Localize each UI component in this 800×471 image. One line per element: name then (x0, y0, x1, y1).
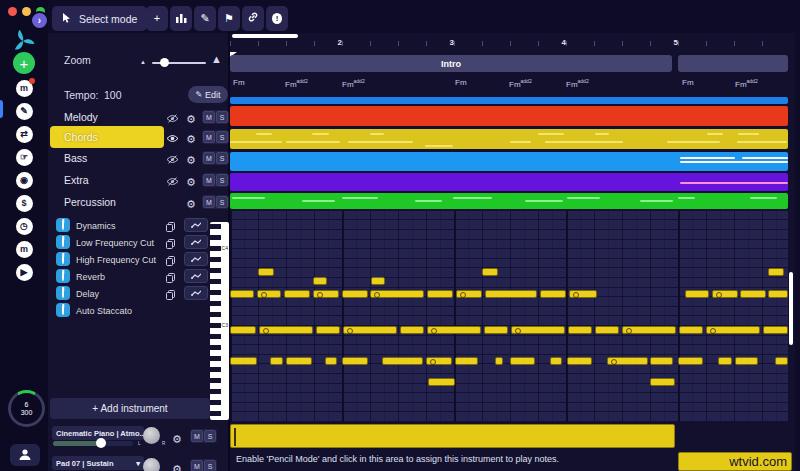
instrument-settings-gear-icon[interactable]: ⚙ (172, 461, 182, 471)
piano-note[interactable] (567, 357, 592, 365)
piano-note[interactable] (370, 290, 424, 298)
piano-note[interactable] (382, 357, 423, 365)
piano-note[interactable] (485, 290, 537, 298)
piano-note[interactable] (569, 290, 597, 298)
piano-note[interactable] (484, 326, 508, 334)
piano-note[interactable] (316, 326, 340, 334)
power-toggle[interactable] (56, 218, 70, 232)
piano-note[interactable] (712, 290, 738, 298)
chord-label[interactable]: Fm (233, 78, 245, 87)
mute-button[interactable]: M (191, 460, 203, 471)
piano-note[interactable] (607, 357, 648, 365)
link-button[interactable] (242, 6, 264, 31)
track-row-bass[interactable]: Bass ⚙ M S (50, 148, 228, 169)
zoom-slider-handle[interactable] (160, 58, 169, 67)
track-settings-gear-icon[interactable]: ⚙ (186, 111, 196, 126)
credits-gauge[interactable]: 6 300 (8, 390, 45, 427)
instrument-selector-2[interactable]: Pad 07 | Sustain ▾ (52, 456, 144, 470)
piano-note[interactable] (427, 326, 481, 334)
copy-icon[interactable] (166, 288, 175, 303)
pan-knob[interactable] (143, 427, 160, 444)
copy-icon[interactable] (166, 220, 175, 235)
visibility-toggle-eye-off-icon[interactable] (166, 174, 179, 189)
power-toggle[interactable] (56, 235, 70, 249)
power-toggle[interactable] (56, 252, 70, 266)
vertical-scrollbar[interactable] (789, 272, 793, 345)
piano-note[interactable] (768, 290, 788, 298)
piano-note[interactable] (286, 357, 312, 365)
pencil-mode-button[interactable]: ✎ (194, 6, 216, 31)
account-button[interactable] (10, 444, 40, 466)
piano-note[interactable] (540, 290, 566, 298)
volume-slider-handle[interactable] (96, 438, 106, 448)
piano-note[interactable] (313, 290, 339, 298)
piano-note[interactable] (718, 357, 732, 365)
chord-label[interactable]: Fmadd2 (735, 78, 758, 89)
track-row-chords[interactable]: Chords ⚙ M S (50, 127, 228, 148)
add-instrument-button[interactable]: + Add instrument (50, 398, 210, 419)
region-melody[interactable] (230, 106, 788, 126)
track-settings-gear-icon[interactable]: ⚙ (186, 152, 196, 167)
dynamics-chart-button[interactable] (170, 6, 192, 31)
solo-button[interactable]: S (204, 430, 216, 442)
chord-label[interactable]: Fm (682, 78, 694, 87)
piano-note[interactable] (650, 357, 673, 365)
piano-note[interactable] (257, 290, 281, 298)
piano-note[interactable] (426, 357, 452, 365)
piano-note[interactable] (568, 326, 592, 334)
track-settings-gear-icon[interactable]: ⚙ (186, 131, 196, 146)
window-minimize-button[interactable] (22, 7, 31, 16)
automation-curve-button[interactable] (184, 252, 208, 266)
region-bass[interactable] (230, 152, 788, 171)
piano-note[interactable] (230, 326, 256, 334)
piano-note[interactable] (685, 290, 709, 298)
visibility-toggle-eye-icon[interactable] (166, 131, 179, 146)
piano-note[interactable] (259, 326, 313, 334)
piano-note[interactable] (325, 357, 337, 365)
mute-button[interactable]: M (191, 430, 203, 442)
piano-note[interactable] (400, 326, 424, 334)
track-settings-gear-icon[interactable]: ⚙ (186, 196, 196, 211)
zoom-out-button[interactable]: ▲ (140, 59, 146, 65)
piano-note[interactable] (775, 357, 788, 365)
piano-note[interactable] (258, 268, 274, 276)
piano-note[interactable] (230, 290, 254, 298)
chord-label[interactable]: Fmadd2 (285, 78, 308, 89)
piano-note[interactable] (740, 290, 766, 298)
info-button[interactable]: ! (266, 6, 288, 31)
chord-label[interactable]: Fm (455, 78, 467, 87)
piano-note[interactable] (706, 326, 760, 334)
piano-note[interactable] (622, 326, 676, 334)
piano-note[interactable] (735, 357, 758, 365)
rail-play-button[interactable]: ▶ (16, 264, 33, 281)
automation-curve-button[interactable] (184, 269, 208, 283)
solo-button[interactable]: S (204, 460, 216, 471)
instrument-settings-gear-icon[interactable]: ⚙ (172, 431, 182, 446)
mute-button[interactable]: M (203, 152, 215, 164)
piano-note[interactable] (313, 277, 327, 285)
track-row-melody[interactable]: Melody ⚙ M S (50, 107, 228, 128)
mute-button[interactable]: M (203, 131, 215, 143)
piano-note[interactable] (482, 268, 498, 276)
solo-button[interactable]: S (216, 196, 228, 208)
piano-note[interactable] (768, 268, 784, 276)
solo-button[interactable]: S (216, 131, 228, 143)
visibility-toggle-eye-off-icon[interactable] (166, 152, 179, 167)
piano-keyboard[interactable]: C4C3 (210, 222, 229, 420)
piano-note[interactable] (650, 378, 675, 386)
piano-note[interactable] (595, 326, 619, 334)
automation-curve-button[interactable] (184, 235, 208, 249)
piano-note[interactable] (510, 357, 535, 365)
ruler[interactable]: 2345 (230, 38, 788, 51)
region-percussion[interactable] (230, 193, 788, 209)
rail-history-button[interactable]: ◷ (16, 218, 33, 235)
rail-m-square-button[interactable]: m (16, 241, 33, 258)
mute-button[interactable]: M (203, 196, 215, 208)
window-close-button[interactable] (8, 7, 17, 16)
rail-broadcast-button[interactable]: ◉ (16, 172, 33, 189)
piano-note[interactable] (270, 357, 283, 365)
volume-slider-track[interactable] (53, 441, 133, 446)
rail-pencil-button[interactable]: ✎ (16, 103, 33, 120)
chord-label[interactable]: Fmadd2 (566, 78, 589, 89)
piano-note[interactable] (284, 290, 310, 298)
